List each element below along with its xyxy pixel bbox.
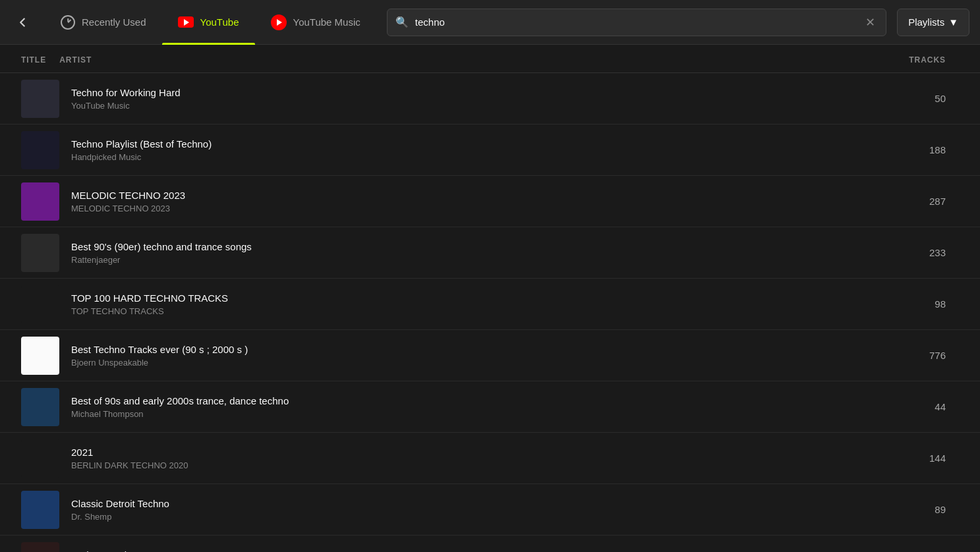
playlist-title: Classic Detroit Techno	[71, 498, 867, 509]
playlist-artist: Rattenjaeger	[71, 255, 867, 265]
playlist-row[interactable]: 2021 BERLIN DARK TECHNO 2020 144	[0, 433, 980, 484]
playlist-artist: YouTube Music	[71, 101, 867, 111]
playlist-info: Techno Playlist (Best of Techno) Handpic…	[71, 138, 867, 162]
search-bar: 🔍 ✕	[387, 9, 886, 36]
playlist-tracks-count: 50	[867, 93, 946, 104]
tab-recently-used[interactable]: Recently Used	[45, 0, 162, 45]
playlist-title: Techno for Working Hard	[71, 87, 867, 98]
playlist-thumbnail	[21, 337, 59, 375]
playlist-row[interactable]: Best Techno Tracks ever (90 s ; 2000 s )…	[0, 330, 980, 381]
playlist-title: 2021	[71, 447, 867, 458]
playlist-title: MELODIC TECHNO 2023	[71, 190, 867, 201]
playlist-row[interactable]: Best 90's (90er) techno and trance songs…	[0, 227, 980, 279]
column-artist-label: ARTIST	[59, 55, 92, 65]
playlist-info: 2021 BERLIN DARK TECHNO 2020	[71, 447, 867, 470]
playlist-tracks-count: 89	[867, 504, 946, 515]
playlist-title: Techno Playlist (Best of Techno)	[71, 138, 867, 150]
playlist-info: Best of 90s and early 2000s trance, danc…	[71, 395, 867, 419]
main-content: TITLE ARTIST TRACKS Techno for Working H…	[0, 45, 980, 552]
tab-youtube-music-label: YouTube Music	[293, 16, 360, 28]
playlist-title: Best Techno Tracks ever (90 s ; 2000 s )	[71, 344, 867, 355]
playlist-info: Classic Detroit Techno Dr. Shemp	[71, 498, 867, 522]
playlist-thumbnail	[21, 80, 59, 118]
search-clear-button[interactable]: ✕	[863, 14, 878, 31]
playlist-thumbnail	[21, 131, 59, 169]
playlist-tracks-count: 233	[867, 247, 946, 258]
playlist-list: Techno for Working Hard YouTube Music 50…	[0, 73, 980, 552]
playlist-row[interactable]: TOP 100 HARD TECHNO TRACKS TOP TECHNO TR…	[0, 279, 980, 330]
playlist-thumbnail	[21, 439, 59, 478]
playlist-title: Best 90's (90er) techno and trance songs	[71, 241, 867, 252]
playlist-artist: Bjoern Unspeakable	[71, 358, 867, 368]
youtube-icon	[178, 16, 194, 28]
playlist-info: Best Techno Tracks ever (90 s ; 2000 s )…	[71, 344, 867, 368]
playlist-row[interactable]: Techno for Working Hard YouTube Music 50	[0, 73, 980, 124]
playlist-artist: TOP TECHNO TRACKS	[71, 306, 867, 316]
playlist-info: MELODIC TECHNO 2023 MELODIC TECHNO 2023	[71, 190, 867, 213]
playlist-title: Techno Music 2023	[71, 549, 867, 553]
column-title-artist: TITLE ARTIST	[21, 55, 867, 65]
playlist-tracks-count: 188	[867, 144, 946, 155]
playlist-info: Best 90's (90er) techno and trance songs…	[71, 241, 867, 265]
playlist-info: Techno Music 2023 Redlist – Global Hits	[71, 549, 867, 553]
playlist-tracks-count: 44	[867, 401, 946, 412]
playlist-title: Best of 90s and early 2000s trance, danc…	[71, 395, 867, 406]
playlist-row[interactable]: MELODIC TECHNO 2023 MELODIC TECHNO 2023 …	[0, 176, 980, 227]
playlist-row[interactable]: Techno Music 2023 Redlist – Global Hits …	[0, 536, 980, 552]
playlist-artist: Michael Thompson	[71, 409, 867, 419]
playlist-tracks-count: 776	[867, 350, 946, 361]
playlist-thumbnail	[21, 388, 59, 426]
playlist-thumbnail	[21, 491, 59, 529]
playlist-artist: MELODIC TECHNO 2023	[71, 204, 867, 213]
playlists-filter-button[interactable]: Playlists ▼	[897, 9, 969, 36]
playlist-thumbnail	[21, 285, 59, 323]
tab-youtube-label: YouTube	[200, 16, 239, 28]
playlist-info: Techno for Working Hard YouTube Music	[71, 87, 867, 111]
playlist-tracks-count: 144	[867, 453, 946, 464]
playlist-row[interactable]: Techno Playlist (Best of Techno) Handpic…	[0, 124, 980, 176]
playlist-tracks-count: 98	[867, 298, 946, 310]
playlist-thumbnail	[21, 182, 59, 221]
table-header: TITLE ARTIST TRACKS	[0, 45, 980, 73]
playlist-thumbnail	[21, 542, 59, 553]
column-title-label: TITLE	[21, 55, 46, 65]
clock-icon	[61, 15, 75, 30]
tab-youtube-music[interactable]: YouTube Music	[255, 0, 376, 45]
playlist-artist: Dr. Shemp	[71, 512, 867, 522]
tab-youtube[interactable]: YouTube	[162, 0, 255, 45]
playlist-row[interactable]: Classic Detroit Techno Dr. Shemp 89	[0, 484, 980, 536]
search-input[interactable]	[415, 16, 856, 28]
back-button[interactable]	[0, 0, 45, 45]
playlist-row[interactable]: Best of 90s and early 2000s trance, danc…	[0, 381, 980, 433]
youtube-music-icon	[271, 14, 287, 30]
playlist-title: TOP 100 HARD TECHNO TRACKS	[71, 292, 867, 304]
playlist-artist: BERLIN DARK TECHNO 2020	[71, 460, 867, 470]
playlist-info: TOP 100 HARD TECHNO TRACKS TOP TECHNO TR…	[71, 292, 867, 316]
header: Recently Used YouTube YouTube Music 🔍 ✕ …	[0, 0, 980, 45]
playlists-filter-label: Playlists	[908, 16, 944, 28]
search-icon: 🔍	[395, 16, 409, 28]
playlist-tracks-count: 287	[867, 196, 946, 207]
chevron-down-icon: ▼	[948, 16, 958, 28]
back-icon	[15, 15, 30, 30]
playlist-artist: Handpicked Music	[71, 152, 867, 162]
playlist-thumbnail	[21, 234, 59, 272]
tab-recently-used-label: Recently Used	[82, 16, 146, 28]
column-tracks-label: TRACKS	[867, 55, 946, 65]
